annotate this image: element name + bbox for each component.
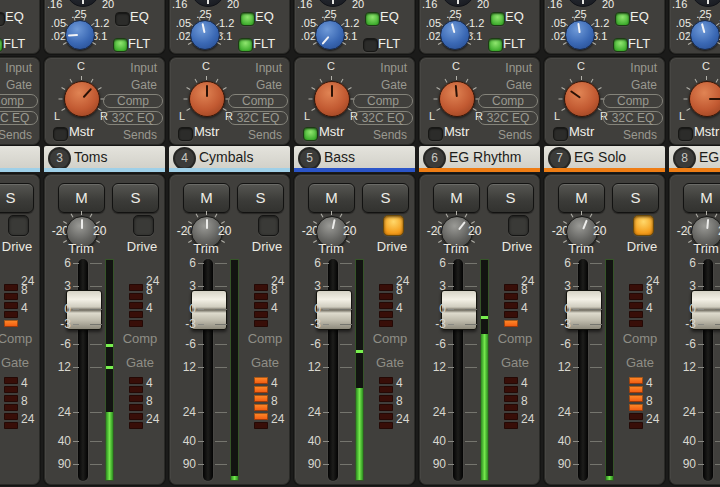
flt-enable-led[interactable] [488,38,503,52]
drive-button[interactable] [508,215,529,236]
gate-button[interactable]: Gate [103,78,163,92]
channel-header[interactable]: 4 Cymbals [169,146,290,172]
channel-header[interactable]: 8 EG L [669,146,720,172]
32c-eq-button[interactable]: 32C EQ [228,111,288,125]
eq-freq-knob[interactable] [565,20,595,50]
fader-scale-tick [448,324,454,325]
mute-button[interactable]: M [58,183,105,213]
drive-button[interactable] [258,215,279,236]
mstr-led[interactable] [303,127,318,141]
solo-button[interactable]: S [0,183,34,213]
comp-button[interactable]: Comp [103,94,163,108]
32c-eq-button[interactable]: 32C EQ [478,111,538,125]
hf-knob[interactable] [191,0,225,7]
eq-enable-led[interactable] [115,12,130,26]
mstr-led[interactable] [178,127,193,141]
solo-button[interactable]: S [612,183,659,213]
eq-enable-led[interactable] [490,12,505,26]
pan-knob[interactable] [564,81,600,117]
comp-button[interactable]: Comp [228,94,288,108]
comp-button[interactable]: Comp [0,94,38,108]
mstr-led[interactable] [53,127,68,141]
mute-button[interactable]: M [183,183,230,213]
channel-header[interactable]: 3 Toms [44,146,165,172]
fader-scale-label: 24 [45,405,71,419]
channel-header[interactable]: 5 Bass [294,146,415,172]
flt-enable-led[interactable] [613,38,628,52]
comp-button[interactable]: Comp [353,94,413,108]
sends-button[interactable]: Sends [103,128,163,142]
sends-button[interactable]: Sends [478,128,538,142]
hf-knob[interactable] [691,0,720,7]
gate-meter-segment [254,422,268,429]
knob-tick [61,33,65,34]
gate-meter-segment [379,422,393,429]
input-button[interactable]: Input [228,61,288,75]
flt-enable-led[interactable] [238,38,253,52]
drive-button[interactable] [8,215,29,236]
pan-knob[interactable] [189,81,225,117]
input-button[interactable]: Input [103,61,163,75]
eq-enable-led[interactable] [615,12,630,26]
input-button[interactable]: Input [0,61,38,75]
solo-button[interactable]: S [112,183,159,213]
mstr-led[interactable] [428,127,443,141]
flt-enable-led[interactable] [113,38,128,52]
input-button[interactable]: Input [478,61,538,75]
eq-enable-led[interactable] [240,12,255,26]
flt-enable-led[interactable] [363,38,378,52]
channel-header[interactable]: 6 EG Rhythm [419,146,540,172]
hf-knob[interactable] [66,0,100,7]
32c-eq-button[interactable]: 32C EQ [0,111,38,125]
sends-button[interactable]: Sends [353,128,413,142]
gate-button[interactable]: Gate [478,78,538,92]
pan-knob[interactable] [439,81,475,117]
eq-freq-knob[interactable] [690,20,720,50]
hf-knob[interactable] [316,0,350,7]
eq-freq-knob[interactable] [315,20,345,50]
mstr-led[interactable] [678,127,693,141]
level-meter [230,259,239,481]
sends-button[interactable]: Sends [603,128,663,142]
hf-knob[interactable] [441,0,475,7]
pan-knob[interactable] [689,81,720,117]
comp-meter-title: Comp [615,331,665,346]
solo-button[interactable]: S [362,183,409,213]
channel-header[interactable] [0,146,40,172]
sends-button[interactable]: Sends [0,128,38,142]
solo-button[interactable]: S [487,183,534,213]
solo-button[interactable]: S [237,183,284,213]
input-button[interactable]: Input [603,61,663,75]
eq-freq-knob[interactable] [190,20,220,50]
32c-eq-button[interactable]: 32C EQ [103,111,163,125]
pan-knob[interactable] [314,81,350,117]
drive-button[interactable] [633,215,654,236]
hf-knob[interactable] [566,0,600,7]
comp-button[interactable]: Comp [478,94,538,108]
drive-button[interactable] [383,215,404,236]
mute-button[interactable]: M [433,183,480,213]
gate-button[interactable]: Gate [0,78,38,92]
eq-enable-led[interactable] [365,12,380,26]
sends-button[interactable]: Sends [228,128,288,142]
channel-header[interactable]: 7 EG Solo [544,146,665,172]
input-button[interactable]: Input [353,61,413,75]
gate-button[interactable]: Gate [228,78,288,92]
eq-freq-knob[interactable] [440,20,470,50]
pan-knob[interactable] [64,81,100,117]
32c-eq-button[interactable]: 32C EQ [603,111,663,125]
comp-button[interactable]: Comp [603,94,663,108]
mute-button[interactable]: M [558,183,605,213]
reduction-scale-label: 4 [646,301,653,315]
knob-tick [456,76,457,80]
mute-button[interactable]: M [683,183,720,213]
reduction-scale-label: 8 [146,283,153,297]
fader-scale-tick [715,263,720,264]
gate-button[interactable]: Gate [353,78,413,92]
mute-button[interactable]: M [308,183,355,213]
drive-button[interactable] [133,215,154,236]
mstr-led[interactable] [553,127,568,141]
eq-freq-knob[interactable] [65,20,95,50]
gate-button[interactable]: Gate [603,78,663,92]
32c-eq-button[interactable]: 32C EQ [353,111,413,125]
